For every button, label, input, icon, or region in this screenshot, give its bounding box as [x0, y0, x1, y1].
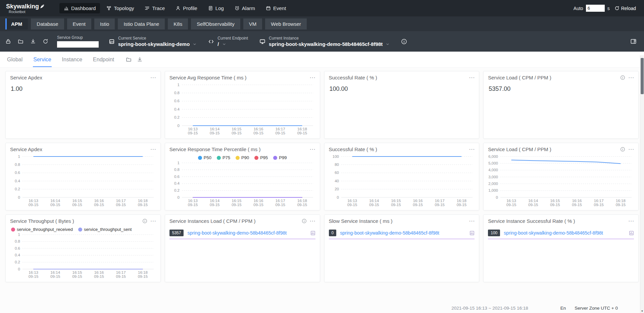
- tab-service[interactable]: Service: [33, 52, 51, 67]
- auto-interval-input[interactable]: [586, 5, 605, 12]
- more-menu-button[interactable]: ⋯: [628, 75, 634, 80]
- more-menu-button[interactable]: ⋯: [310, 218, 315, 224]
- more-menu-button[interactable]: ⋯: [469, 75, 475, 80]
- svg-text:09-15: 09-15: [253, 203, 263, 207]
- card-instance-successful-rate: Service Instance Successful Rate ( % ) ⋯…: [483, 214, 639, 282]
- refresh-button[interactable]: [43, 39, 48, 44]
- nav-item-profile[interactable]: Profile: [171, 3, 202, 13]
- tab-vm[interactable]: VM: [243, 18, 262, 29]
- lock-button[interactable]: [5, 39, 11, 44]
- svg-text:0.2: 0.2: [174, 188, 180, 192]
- nav-item-event[interactable]: Event: [261, 3, 290, 13]
- more-menu-button[interactable]: ⋯: [150, 146, 156, 152]
- svg-text:40: 40: [335, 179, 339, 183]
- svg-text:0.6: 0.6: [15, 246, 20, 250]
- nav-item-dashboard[interactable]: Dashboard: [59, 3, 100, 13]
- nav-item-topology[interactable]: Topology: [102, 3, 138, 13]
- instance-value-badge: 5357: [169, 230, 184, 236]
- instance-link[interactable]: spring-boot-skywalking-demo-58b48465cf-8…: [504, 230, 625, 236]
- scrollbar-thumb[interactable]: [641, 58, 644, 94]
- legend-item[interactable]: service_throughput_received: [11, 227, 73, 232]
- svg-text:0.8: 0.8: [174, 91, 180, 95]
- svg-text:09-15: 09-15: [188, 131, 198, 135]
- info-icon[interactable]: [620, 75, 625, 80]
- svg-text:09-15: 09-15: [50, 203, 60, 207]
- legend-item[interactable]: P75: [217, 155, 230, 160]
- card-slow-service-instance: Slow Service Instance ( ms ) ⋯ 0 spring-…: [324, 214, 480, 282]
- legend-item[interactable]: P99: [273, 155, 287, 160]
- svg-text:09-15: 09-15: [29, 203, 38, 207]
- vertical-scrollbar[interactable]: ▼: [640, 55, 644, 313]
- svg-text:20: 20: [335, 187, 339, 191]
- tab-instance[interactable]: Instance: [62, 52, 83, 67]
- instance-link[interactable]: spring-boot-skywalking-demo-58b48465cf-8…: [187, 230, 306, 236]
- tab-global[interactable]: Global: [7, 52, 23, 67]
- more-menu-button[interactable]: ⋯: [310, 75, 315, 80]
- svg-text:6,000: 6,000: [488, 154, 498, 159]
- instance-chart-button[interactable]: [310, 231, 315, 236]
- tab-endpoint[interactable]: Endpoint: [93, 52, 114, 67]
- nav-item-alarm[interactable]: Alarm: [230, 3, 259, 13]
- download-icon: [30, 39, 36, 44]
- templates-folder-button[interactable]: [126, 57, 132, 62]
- chevron-down-icon: [222, 42, 226, 46]
- legend-item[interactable]: P90: [236, 155, 249, 160]
- nav-item-log[interactable]: Log: [204, 3, 228, 13]
- more-menu-button[interactable]: ⋯: [469, 146, 475, 152]
- export-template-button[interactable]: [137, 57, 143, 62]
- card-grid: Service Apdex ⋯ 1.00 Service Avg Respons…: [0, 68, 644, 286]
- tab-selfobservability[interactable]: SelfObservability: [191, 18, 240, 29]
- log-icon: [208, 6, 213, 11]
- tab-apm[interactable]: APM: [5, 18, 28, 29]
- info-button[interactable]: [401, 39, 407, 45]
- instance-chart-button[interactable]: [629, 231, 634, 236]
- tab-k8s[interactable]: K8s: [168, 18, 188, 29]
- trace-icon: [145, 6, 150, 11]
- app-logo[interactable]: Skywalking Rocketbot: [6, 3, 45, 14]
- svg-text:16:17: 16:17: [594, 199, 604, 203]
- refresh-icon: [614, 6, 620, 11]
- more-menu-button[interactable]: ⋯: [628, 218, 634, 224]
- legend-item[interactable]: service_throughput_sent: [78, 227, 132, 232]
- more-menu-button[interactable]: ⋯: [150, 218, 156, 224]
- scrollbar-down-arrow[interactable]: ▼: [640, 310, 644, 313]
- service-group-input[interactable]: [57, 41, 99, 48]
- export-button[interactable]: [30, 39, 36, 44]
- info-icon[interactable]: [620, 147, 625, 152]
- instance-value-badge: 0: [329, 230, 337, 236]
- svg-text:1: 1: [177, 161, 179, 165]
- current-instance-selector[interactable]: Current Instance spring-boot-skywalking-…: [259, 36, 390, 47]
- current-endpoint-selector[interactable]: Current Endpoint /: [208, 36, 248, 47]
- svg-text:4,000: 4,000: [488, 168, 498, 172]
- instance-row: 0 spring-boot-skywalking-demo-58b48465cf…: [329, 230, 475, 239]
- dashboard-icon: [64, 6, 69, 11]
- language-selector[interactable]: En: [560, 306, 566, 311]
- info-icon[interactable]: [302, 218, 307, 224]
- instance-chart-button[interactable]: [469, 231, 475, 236]
- nav-label: Topology: [114, 5, 134, 11]
- tab-database[interactable]: Database: [31, 18, 64, 29]
- svg-text:16:17: 16:17: [276, 199, 285, 203]
- current-service-selector[interactable]: Current Service spring-boot-skywalking-d…: [109, 36, 197, 47]
- more-menu-button[interactable]: ⋯: [628, 146, 634, 152]
- instance-link[interactable]: spring-boot-skywalking-demo-58b48465cf-8…: [340, 230, 466, 236]
- svg-text:16:14: 16:14: [369, 199, 379, 203]
- reload-button[interactable]: Reload: [612, 5, 638, 11]
- info-icon[interactable]: [142, 218, 147, 224]
- tab-event[interactable]: Event: [67, 18, 91, 29]
- legend-item[interactable]: P95: [254, 155, 268, 160]
- tab-web-browser[interactable]: Web Browser: [265, 18, 307, 29]
- legend-item[interactable]: P50: [198, 155, 211, 160]
- folder-button[interactable]: [18, 39, 23, 44]
- svg-text:09-15: 09-15: [594, 203, 604, 207]
- tab-istio[interactable]: Istio: [94, 18, 115, 29]
- more-menu-button[interactable]: ⋯: [150, 75, 156, 80]
- svg-text:09-15: 09-15: [253, 131, 263, 135]
- tab-istio-data-plane[interactable]: Istio Data Plane: [118, 18, 165, 29]
- metric-value: 1.00: [6, 81, 160, 97]
- more-menu-button[interactable]: ⋯: [469, 218, 475, 224]
- line-chart: 6,0005,0004,0003,0002,0001,000016:1309-1…: [484, 153, 638, 210]
- nav-item-trace[interactable]: Trace: [140, 3, 169, 13]
- panel-toggle-button[interactable]: [628, 38, 639, 45]
- more-menu-button[interactable]: ⋯: [310, 146, 315, 152]
